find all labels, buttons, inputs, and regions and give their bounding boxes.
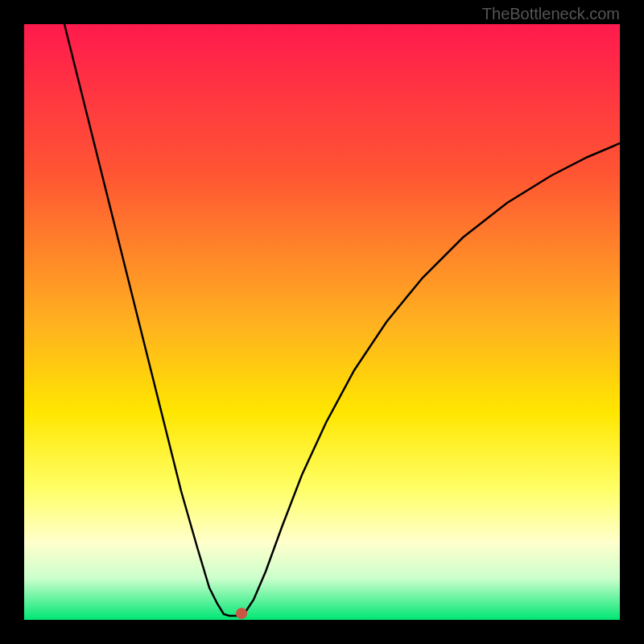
- chart-background: [24, 24, 620, 620]
- chart-svg: [24, 24, 620, 620]
- bottleneck-marker: [236, 608, 247, 619]
- chart-container: [24, 24, 620, 620]
- watermark-text: TheBottleneck.com: [482, 5, 620, 23]
